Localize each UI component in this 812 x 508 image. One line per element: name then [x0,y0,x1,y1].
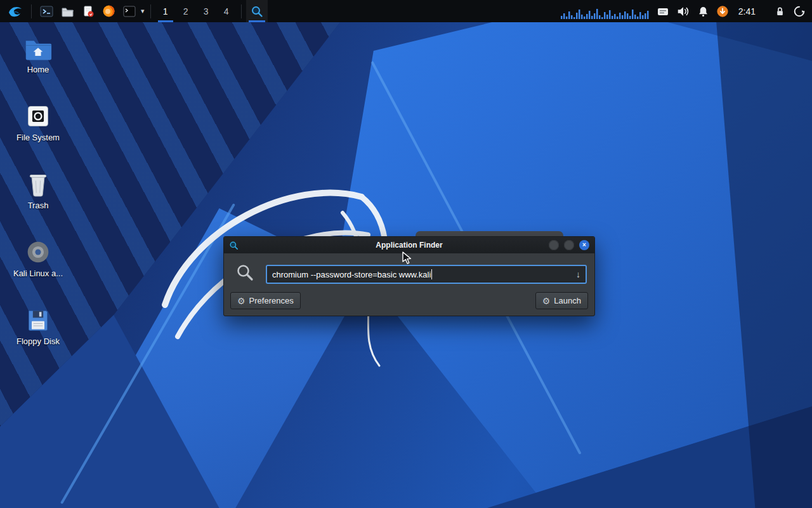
applications-menu-button[interactable] [4,0,27,22]
kali-logo-icon [8,4,23,19]
workspace-1-button[interactable]: 1 [155,0,176,22]
panel-separator [150,4,151,18]
file-manager-launcher[interactable] [57,0,78,22]
mouse-cursor [402,251,415,265]
search-input[interactable]: chromium --password-store=basic www.kali… [266,265,587,284]
window-search-icon [229,241,239,250]
minimize-button[interactable] [549,240,559,250]
terminal-icon [40,5,53,18]
workspace-label: 3 [204,6,209,17]
mini-terminal-icon [123,6,136,17]
clock[interactable]: 2:41 [736,6,758,17]
panel-separator [31,4,32,18]
disc-icon [9,239,67,265]
terminal-profile-launcher[interactable] [119,0,140,22]
text-editor-launcher[interactable] [78,0,98,22]
text-editor-icon [82,5,95,18]
desktop-icon-trash[interactable]: Trash [9,171,67,211]
preferences-button-label: Preferences [249,296,294,305]
workspace-switcher: 1 2 3 4 [155,0,237,22]
gear-icon: ⚙ [237,297,246,305]
volume-icon[interactable] [676,5,690,18]
panel-separator [241,4,242,18]
folder-icon [61,5,74,18]
desktop: ▾ 1 2 3 4 [0,0,812,508]
workspace-label: 2 [183,6,188,17]
floppy-icon [9,307,67,333]
software-update-icon[interactable] [716,5,729,18]
search-icon [236,264,254,281]
launch-gear-icon: ⚙ [542,297,551,305]
logout-icon[interactable] [793,5,806,18]
desktop-icon-home[interactable]: Home [9,37,67,75]
close-icon: × [582,242,586,248]
desktop-icon-label: Home [9,65,67,75]
top-panel: ▾ 1 2 3 4 [0,0,812,22]
firefox-icon [102,4,115,18]
desktop-icon-floppy[interactable]: Floppy Disk [9,307,67,347]
search-icon [251,5,263,18]
application-finder-window: Application Finder × chromium --password… [223,236,595,316]
desktop-icon-label: Floppy Disk [9,337,67,347]
firefox-launcher[interactable] [98,0,119,22]
drive-icon [9,104,67,129]
window-title: Application Finder [224,241,594,250]
launch-button-label: Launch [554,296,581,305]
notifications-bell-icon[interactable] [697,5,709,18]
terminal-dropdown-button[interactable]: ▾ [140,0,146,22]
workspace-label: 4 [224,6,229,17]
maximize-button[interactable] [564,240,574,250]
text-caret [431,269,432,279]
taskbar-appfinder-button[interactable] [246,0,268,22]
workspace-label: 1 [163,6,168,17]
close-button[interactable]: × [579,240,589,250]
desktop-icon-label: Trash [9,201,67,211]
desktop-icon-label: File System [9,133,67,143]
trash-icon [9,171,67,197]
desktop-icon-file-system[interactable]: File System [9,104,67,143]
dropdown-arrow-icon[interactable]: ↓ [576,269,580,279]
workspace-4-button[interactable]: 4 [216,0,237,22]
desktop-icon-kali-volume[interactable]: Kali Linux a... [9,239,67,279]
desktop-icon-label: Kali Linux a... [9,269,67,279]
workspace-3-button[interactable]: 3 [196,0,216,22]
lock-screen-icon[interactable] [774,5,786,18]
preferences-button[interactable]: ⚙ Preferences [230,292,301,309]
workspace-2-button[interactable]: 2 [176,0,196,22]
system-monitor-graph[interactable] [561,4,650,19]
home-folder-icon [9,37,67,61]
launch-button[interactable]: ⚙ Launch [535,292,588,309]
system-tray: 2:41 [561,4,808,19]
terminal-launcher[interactable] [36,0,57,22]
chevron-down-icon: ▾ [141,7,145,15]
search-input-value: chromium --password-store=basic www.kali [272,270,431,279]
clipboard-tray-icon[interactable] [657,6,669,17]
